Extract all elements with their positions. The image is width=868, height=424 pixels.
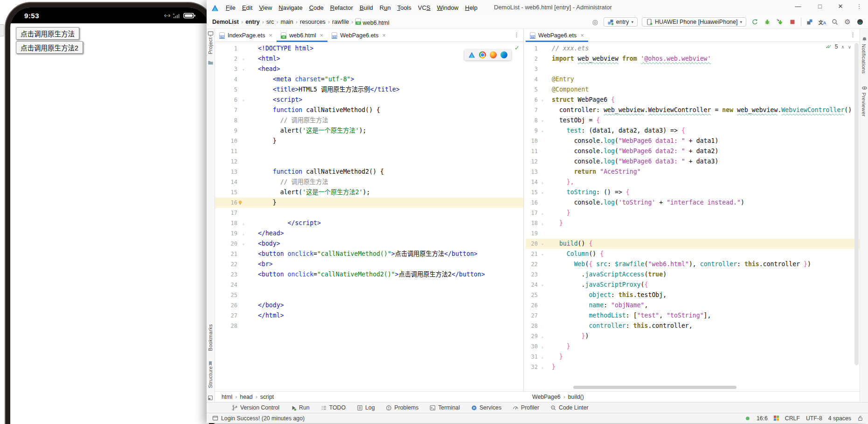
fold-marker-icon[interactable]: ▿: [237, 239, 250, 249]
toolwindow-terminal[interactable]: Terminal: [430, 404, 459, 411]
caret-position[interactable]: 16:6: [757, 415, 768, 422]
tab-web6.html[interactable]: Hweb6.html×: [277, 29, 327, 42]
sidebar-item-project[interactable]: Project: [208, 37, 213, 54]
fold-marker-icon[interactable]: ▵: [237, 228, 250, 239]
next-marker-icon[interactable]: ∨: [848, 44, 851, 49]
menu-vcs[interactable]: VCS: [415, 3, 434, 13]
code-editor-web6-html[interactable]: 1<!DOCTYPE html>2▿<html>3▿<head>4 <meta …: [215, 42, 523, 391]
fold-marker-icon[interactable]: ▿: [237, 54, 250, 64]
maximize-button[interactable]: □: [813, 3, 827, 10]
toolwindow-run[interactable]: Run: [291, 404, 310, 411]
tab-options-icon[interactable]: ⋮: [850, 31, 856, 38]
breadcrumb-item-rawfile[interactable]: rawfile: [332, 19, 349, 25]
menu-view[interactable]: View: [256, 3, 275, 13]
breadcrumb-item-WebPage6[interactable]: WebPage6: [532, 394, 561, 400]
deveco-preview-icon[interactable]: [468, 51, 475, 58]
menu-window[interactable]: Window: [434, 3, 462, 13]
sidebar-item-bookmarks[interactable]: Bookmarks: [208, 324, 213, 351]
fold-marker-icon[interactable]: ▿: [237, 95, 250, 106]
vertical-scrollbar[interactable]: [854, 43, 859, 365]
bell-icon[interactable]: [861, 36, 868, 42]
close-icon[interactable]: ×: [269, 32, 273, 39]
breadcrumb-item-head[interactable]: head: [240, 394, 252, 400]
menu-navigate[interactable]: Navigate: [275, 3, 306, 13]
breadcrumb-item-main[interactable]: main: [281, 19, 293, 25]
debug-attach-icon[interactable]: [776, 18, 784, 26]
account-icon[interactable]: [856, 18, 864, 26]
search-icon[interactable]: [831, 18, 839, 26]
fold-marker-icon[interactable]: ▵: [538, 362, 547, 373]
toolwindow-code-linter[interactable]: Code Linter: [550, 404, 589, 411]
breadcrumb-item-resources[interactable]: resources: [300, 19, 326, 25]
fold-marker-icon[interactable]: ▿: [538, 249, 547, 260]
fold-marker-icon[interactable]: ▿: [237, 64, 250, 75]
indent-style[interactable]: 4 spaces: [828, 415, 851, 422]
sidebar-item-notifications[interactable]: Notifications: [861, 44, 867, 74]
toolwindow-services[interactable]: Services: [471, 404, 501, 411]
eye-icon[interactable]: [861, 85, 868, 91]
breadcrumb-item-DemoList[interactable]: DemoList: [212, 19, 239, 25]
layout-icon[interactable]: [208, 395, 213, 401]
close-icon[interactable]: ×: [320, 32, 324, 39]
rerun-icon[interactable]: [750, 18, 759, 26]
sidebar-item-structure[interactable]: Structure: [208, 366, 213, 388]
call-native-method2-button[interactable]: 点击调用原生方法2: [16, 41, 83, 54]
menu-help[interactable]: Help: [462, 3, 481, 13]
translate-icon[interactable]: 文A: [818, 18, 826, 26]
toolwindow-log[interactable]: Log: [357, 404, 375, 411]
debug-icon[interactable]: [763, 18, 771, 26]
lock-icon[interactable]: [857, 415, 863, 421]
fold-marker-icon[interactable]: ▵: [538, 352, 547, 362]
breadcrumb-item-src[interactable]: src: [266, 19, 274, 25]
stop-icon[interactable]: [788, 18, 797, 26]
call-native-method-button[interactable]: 点击调用原生方法: [16, 27, 79, 40]
tab-IndexPage.ets[interactable]: ETSIndexPage.ets×: [215, 29, 277, 42]
close-icon[interactable]: ×: [382, 32, 386, 39]
breadcrumb-item-build()[interactable]: build(): [568, 394, 584, 400]
fold-marker-icon[interactable]: ▿: [538, 187, 547, 198]
minimize-button[interactable]: —: [791, 3, 805, 10]
menu-run[interactable]: Run: [376, 3, 394, 13]
tab-WebPage6.ets[interactable]: ETSWebPage6.ets×: [327, 29, 390, 42]
folder-icon[interactable]: [208, 60, 214, 66]
code-editor-webpage6-ets[interactable]: 1// xxx.ets2import web_webview from '@oh…: [526, 42, 860, 391]
fold-marker-icon[interactable]: ▵: [538, 218, 547, 229]
fold-marker-icon[interactable]: ▵: [237, 218, 250, 229]
edge-icon[interactable]: [500, 51, 507, 58]
monitor-icon[interactable]: [208, 31, 214, 37]
fold-marker-icon[interactable]: ▵: [538, 331, 547, 342]
device-select[interactable]: HUAWEI Phone [HuaweiPhone] ▾: [642, 17, 746, 27]
intention-bulb-icon[interactable]: [237, 200, 250, 205]
firefox-icon[interactable]: [490, 51, 497, 58]
menu-tools[interactable]: Tools: [394, 3, 415, 13]
close-icon[interactable]: ×: [580, 32, 584, 39]
fold-marker-icon[interactable]: ▿: [538, 239, 547, 249]
run-configuration-select[interactable]: entry ▾: [604, 17, 638, 27]
menu-refactor[interactable]: Refactor: [327, 3, 356, 13]
fold-marker-icon[interactable]: ▵: [538, 177, 547, 188]
event-log-icon[interactable]: [212, 415, 218, 421]
menu-build[interactable]: Build: [356, 3, 376, 13]
menu-edit[interactable]: Edit: [239, 3, 256, 13]
fold-marker-icon[interactable]: ▿: [538, 115, 547, 126]
settings-icon[interactable]: ⚙: [843, 18, 852, 26]
fold-marker-icon[interactable]: ▵: [538, 341, 547, 352]
toolwindow-version-control[interactable]: Version Control: [232, 404, 279, 411]
green-dot-icon[interactable]: [745, 416, 750, 421]
toolwindow-problems[interactable]: Problems: [386, 404, 418, 411]
breadcrumb-item-web6.html[interactable]: H web6.html: [355, 18, 389, 26]
fold-marker-icon[interactable]: ▵: [538, 208, 547, 219]
toolwindow-todo[interactable]: TODO: [321, 404, 346, 411]
menu-code[interactable]: Code: [306, 3, 327, 13]
sidebar-item-previewer[interactable]: Previewer: [861, 92, 867, 117]
profile-tool-icon[interactable]: [806, 18, 814, 26]
tab-WebPage6.ets[interactable]: ETSWebPage6.ets×: [526, 29, 588, 42]
breadcrumb-item-entry[interactable]: entry: [245, 19, 260, 25]
horizontal-scrollbar[interactable]: [573, 386, 736, 389]
fold-marker-icon[interactable]: ▿: [538, 95, 547, 106]
prev-marker-icon[interactable]: ∧: [841, 44, 844, 49]
fold-marker-icon[interactable]: ▿: [538, 126, 547, 136]
titlebar-more-icon[interactable]: ⋮: [852, 3, 866, 10]
breadcrumb-item-html[interactable]: html: [222, 394, 232, 400]
breadcrumb-item-script[interactable]: script: [260, 394, 274, 400]
